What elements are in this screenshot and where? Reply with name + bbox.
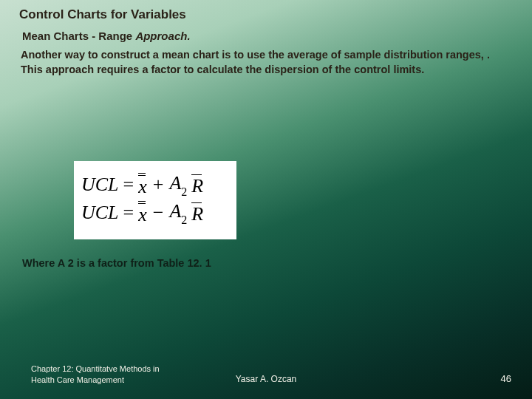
factor-a-letter-2: A	[169, 200, 181, 222]
slide-number: 46	[501, 373, 511, 384]
where-text: Where A 2 is a factor from Table 12. 1	[22, 257, 211, 269]
subtitle-italic: Approach.	[135, 30, 190, 42]
where-content: Where A 2 is a factor from Table 12. 1	[22, 257, 211, 269]
slide-title: Control Charts for Variables	[19, 7, 513, 22]
footer-left: Chapter 12: Quantitatve Methods in Healt…	[31, 364, 171, 386]
equals-sign: =	[123, 175, 134, 194]
factor-a-letter: A	[169, 172, 181, 194]
plus-sign: +	[151, 175, 166, 194]
x-double-bar-2: x	[138, 201, 147, 225]
equals-sign-2: =	[123, 203, 134, 222]
r-bar-2: R	[191, 202, 203, 224]
body-paragraph: Another way to construct a mean chart is…	[21, 48, 499, 77]
x-double-bar: x	[138, 173, 147, 197]
factor-a-2: A2	[169, 202, 187, 224]
subtitle-plain: Mean Charts - Range	[22, 30, 135, 42]
factor-a-sub: 2	[181, 185, 187, 198]
lcl-label: UCL	[81, 203, 119, 222]
minus-sign: −	[151, 203, 166, 222]
ucl-label: UCL	[81, 175, 119, 194]
r-bar: R	[191, 174, 203, 196]
factor-a-sub-2: 2	[181, 214, 187, 226]
formula-box: UCL = x + A2 R UCL = x − A2 R	[74, 161, 236, 239]
slide-subtitle: Mean Charts - Range Approach.	[22, 30, 513, 42]
factor-a: A2	[169, 174, 187, 196]
slide: Control Charts for Variables Mean Charts…	[0, 0, 532, 399]
formula-lcl: UCL = x − A2 R	[81, 201, 229, 225]
footer-center: Yasar A. Ozcan	[236, 374, 296, 384]
formula-ucl: UCL = x + A2 R	[81, 173, 229, 197]
